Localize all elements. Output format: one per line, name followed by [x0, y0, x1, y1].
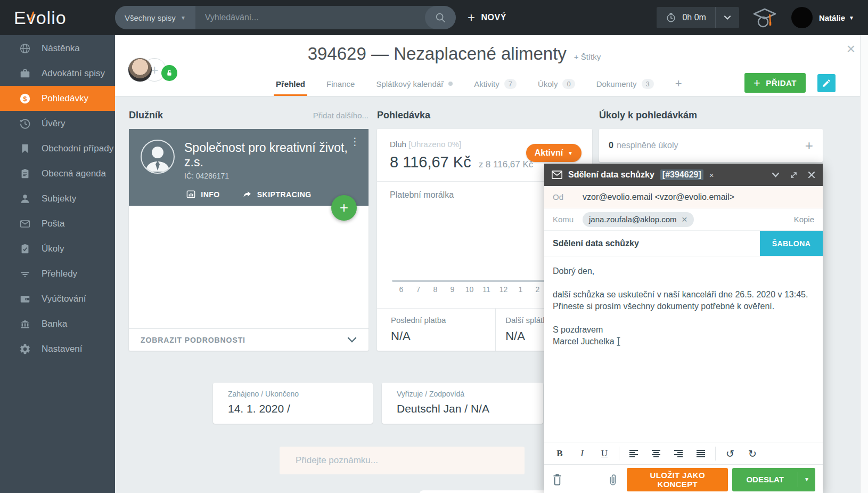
body-line: další schůzka se uskuteční v naší kancel… [553, 289, 814, 312]
sidebar-item-advokatni-spisy[interactable]: Advokátní spisy [0, 61, 115, 86]
axis-tick: 10 [463, 285, 476, 294]
page-scrollbar[interactable] [860, 35, 868, 493]
debtor-skiptracing-button[interactable]: SKIPTRACING [242, 189, 312, 199]
kebab-menu-icon[interactable]: ⋮ [350, 135, 360, 148]
send-button[interactable]: ODESLAT ▼ [732, 468, 815, 491]
note-input[interactable] [280, 447, 525, 474]
handler-card: Vyřizuje / Zodpovídá Deutschl Jan / N/A [382, 383, 543, 424]
sidebar-item-label: Obchodní případy [42, 143, 113, 154]
email-footer: ULOŽIT JAKO KONCEPT ODESLAT ▼ [544, 464, 823, 493]
axis-tick: 11 [480, 285, 493, 294]
expand-icon[interactable] [790, 171, 798, 179]
sidebar-item-nastaveni[interactable]: Nastavení [0, 336, 115, 361]
sidebar-item-banka[interactable]: Banka [0, 311, 115, 336]
sidebar-item-label: Banka [42, 319, 67, 329]
sidebar-item-uvery[interactable]: Úvěry [0, 111, 115, 136]
claim-section-title: Pohledávka [377, 110, 430, 121]
tab-ukoly[interactable]: Úkoly0 [538, 71, 575, 96]
show-details-toggle[interactable]: ZOBRAZIT PODROBNOSTI [129, 328, 369, 351]
bold-button[interactable]: B [548, 444, 571, 463]
align-right-button[interactable] [667, 444, 690, 463]
add-debt-fab-button[interactable]: + [331, 195, 357, 221]
align-center-button[interactable] [645, 444, 667, 463]
edit-button[interactable] [817, 74, 836, 92]
sidebar-item-posta[interactable]: Pošta [0, 211, 115, 236]
last-payment-label: Poslední platba [391, 316, 495, 325]
search-scope-dropdown[interactable]: Všechny spisy ▼ [115, 6, 195, 29]
body-line: Dobrý den, [553, 265, 814, 277]
template-button[interactable]: ŠABLONA [760, 231, 823, 256]
claim-status-dropdown[interactable]: Aktivní ▼ [526, 144, 582, 162]
user-menu[interactable]: Natálie ▼ [819, 13, 854, 22]
timer-dropdown[interactable] [716, 7, 739, 28]
subject-input[interactable]: Sdělení data schůzky [544, 231, 760, 256]
tutorial-graduation-cap-icon[interactable] [751, 6, 779, 29]
debtor-avatar [141, 140, 175, 174]
tab-add[interactable]: + [675, 71, 682, 96]
dates-card: Zahájeno / Ukončeno 14. 1. 2020 / [213, 383, 373, 424]
email-body-editor[interactable]: Dobrý den, další schůzka se uskuteční v … [544, 256, 823, 442]
share-arrow-icon [242, 189, 252, 199]
timer-button[interactable]: 0h 0m [657, 12, 715, 23]
recipient-chip[interactable]: jana.zoufala@aklop.com ✕ [583, 212, 694, 227]
user-avatar[interactable] [791, 7, 813, 28]
sidebar-item-vyuctovani[interactable]: Vyúčtování [0, 286, 115, 311]
sidebar-item-prehledy[interactable]: Přehledy [0, 261, 115, 286]
search-icon[interactable] [425, 6, 456, 29]
remove-ref-icon[interactable]: × [709, 171, 714, 180]
contact-photo-avatar[interactable] [128, 58, 152, 82]
close-icon[interactable] [808, 171, 815, 179]
sidebar: Nástěnka Advokátní spisy $ Pohledávky Úv… [0, 35, 115, 493]
undo-button[interactable]: ↺ [719, 444, 741, 463]
tab-finance[interactable]: Finance [326, 71, 355, 96]
tab-dokumenty[interactable]: Dokumenty3 [596, 71, 654, 96]
justify-button[interactable] [690, 444, 712, 463]
tasks-section-title: Úkoly k pohledávkám [599, 110, 697, 121]
case-tabs: Přehled Finance Splátkový kalendář Aktiv… [276, 71, 682, 96]
search-input[interactable] [195, 6, 425, 29]
underline-button[interactable]: U [593, 444, 616, 463]
tab-prehled[interactable]: Přehled [276, 71, 305, 96]
user-name: Natálie [819, 13, 845, 22]
axis-tick: 12 [497, 285, 510, 294]
sidebar-item-nastenka[interactable]: Nástěnka [0, 36, 115, 61]
started-value: 14. 1. 2020 / [228, 402, 373, 415]
minimize-icon[interactable] [772, 172, 780, 177]
sidebar-item-obecna-agenda[interactable]: Obecná agenda [0, 161, 115, 186]
debtor-name: Společnost pro kreativní život, z.s. [184, 141, 357, 169]
email-compose-modal: Sdělení data schůzky [#394629] × Od vzor… [544, 164, 823, 493]
add-another-debtor-link[interactable]: Přidat dalšího... [129, 111, 369, 120]
topbar: Evolio Všechny spisy ▼ + NOVÝ 0h 0m Natá… [0, 0, 868, 35]
tab-aktivity[interactable]: Aktivity7 [474, 71, 517, 96]
bar-chart-icon [186, 189, 196, 199]
sidebar-item-obchodni-pripady[interactable]: Obchodní případy [0, 136, 115, 161]
tab-splatkovy-kalendar[interactable]: Splátkový kalendář [376, 71, 453, 96]
debtor-card-header: Společnost pro kreativní život, z.s. IČ:… [129, 129, 369, 206]
debt-amount: 8 116,67 Kč [390, 153, 471, 171]
format-toolbar: B I U ↺ ↻ [544, 442, 823, 464]
save-draft-button[interactable]: ULOŽIT JAKO KONCEPT [627, 468, 728, 491]
clock-icon [666, 12, 676, 23]
new-button[interactable]: + NOVÝ [468, 10, 506, 25]
add-tags-link[interactable]: + Štítky [574, 52, 601, 61]
sidebar-item-subjekty[interactable]: Subjekty [0, 186, 115, 211]
italic-button[interactable]: I [571, 444, 593, 463]
align-left-button[interactable] [623, 444, 645, 463]
remove-recipient-icon[interactable]: ✕ [682, 215, 688, 224]
person-icon [19, 193, 31, 205]
copy-link[interactable]: Kopie [794, 215, 814, 224]
sidebar-item-label: Pošta [42, 219, 64, 229]
add-button[interactable]: + PŘIDAT [744, 73, 806, 93]
axis-tick: 2 [531, 285, 544, 294]
app-logo[interactable]: Evolio [14, 7, 78, 28]
add-task-button[interactable]: + [805, 138, 813, 154]
sidebar-item-pohledavky[interactable]: $ Pohledávky [0, 86, 115, 111]
attachment-paperclip-icon[interactable] [608, 473, 618, 486]
trash-icon[interactable] [552, 473, 563, 486]
tasks-card: 0 nesplněné úkoly + [599, 129, 823, 162]
sidebar-item-ukoly[interactable]: Úkoly [0, 236, 115, 261]
redo-button[interactable]: ↻ [741, 444, 764, 463]
send-options-caret[interactable]: ▼ [798, 476, 815, 482]
debtor-info-button[interactable]: INFO [186, 189, 219, 199]
close-case-icon[interactable]: × [847, 42, 855, 56]
